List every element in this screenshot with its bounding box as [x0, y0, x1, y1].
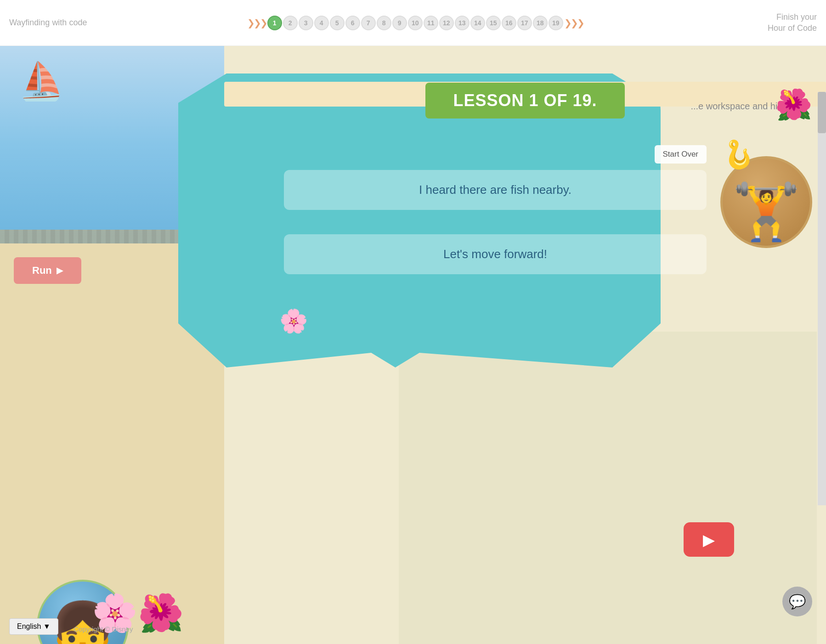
step-17[interactable]: 17 — [517, 16, 532, 30]
dialogue-1: I heard there are fish nearby. — [284, 170, 707, 210]
right-panel: WAYFINDING INSTRUCTIONS LESSON 1 OF 19. … — [224, 46, 826, 644]
dialogue-2: Let's move forward! — [284, 234, 707, 274]
chat-icon: 💬 — [789, 593, 806, 610]
step-6[interactable]: 6 — [345, 16, 360, 30]
step-14[interactable]: 14 — [470, 16, 485, 30]
step-16[interactable]: 16 — [502, 16, 516, 30]
step-4[interactable]: 4 — [314, 16, 329, 30]
step-7[interactable]: 7 — [361, 16, 376, 30]
workspace-area — [399, 332, 817, 644]
run-button[interactable]: Run — [14, 257, 81, 284]
flower-decoration-blob: 🌸 — [279, 308, 308, 334]
step-3[interactable]: 3 — [299, 16, 313, 30]
lesson-header: LESSON 1 OF 19. — [247, 46, 803, 119]
step-19[interactable]: 19 — [549, 16, 563, 30]
step-9[interactable]: 9 — [392, 16, 407, 30]
step-15[interactable]: 15 — [486, 16, 501, 30]
step-8[interactable]: 8 — [377, 16, 391, 30]
copyright-text: Copyright © Disney — [74, 625, 133, 633]
start-over-button[interactable]: Start Over — [655, 145, 707, 164]
step-5[interactable]: 5 — [330, 16, 345, 30]
step-2[interactable]: 2 — [283, 16, 298, 30]
maui-figure: 🏋️ — [732, 184, 801, 239]
nav-title: Wayfinding with code — [9, 17, 87, 28]
step-1[interactable]: 1 — [267, 16, 282, 30]
scrollbar-thumb[interactable] — [818, 92, 826, 133]
step-indicators: ❯❯❯ 1 2 3 4 5 6 7 8 9 10 11 12 13 14 15 … — [87, 16, 743, 30]
finish-hour-of-code-link[interactable]: Finish your Hour of Code — [743, 12, 817, 34]
step-10[interactable]: 10 — [408, 16, 423, 30]
boat-decoration: ⛵ — [18, 60, 64, 103]
top-nav-bar: Wayfinding with code ❯❯❯ 1 2 3 4 5 6 7 8… — [0, 0, 826, 46]
step-11[interactable]: 11 — [424, 16, 438, 30]
step-18[interactable]: 18 — [533, 16, 548, 30]
main-content: ⛵ 👧 🌸🌺 Run English ▼ Copyright © Disney … — [0, 46, 826, 644]
step-13[interactable]: 13 — [455, 16, 470, 30]
tribal-deco-right: ❯❯❯ — [564, 17, 583, 28]
next-arrow-icon: ▶ — [703, 531, 715, 549]
lesson-title: LESSON 1 OF 19. — [425, 83, 624, 119]
floral-decoration-top-right: 🌺 — [775, 87, 812, 122]
tribal-deco-left: ❯❯❯ — [247, 17, 266, 28]
language-selector[interactable]: English ▼ — [9, 618, 58, 635]
next-button[interactable]: ▶ — [684, 522, 734, 557]
scrollbar[interactable] — [818, 92, 826, 505]
step-12[interactable]: 12 — [439, 16, 454, 30]
chat-bubble-icon[interactable]: 💬 — [782, 587, 812, 616]
